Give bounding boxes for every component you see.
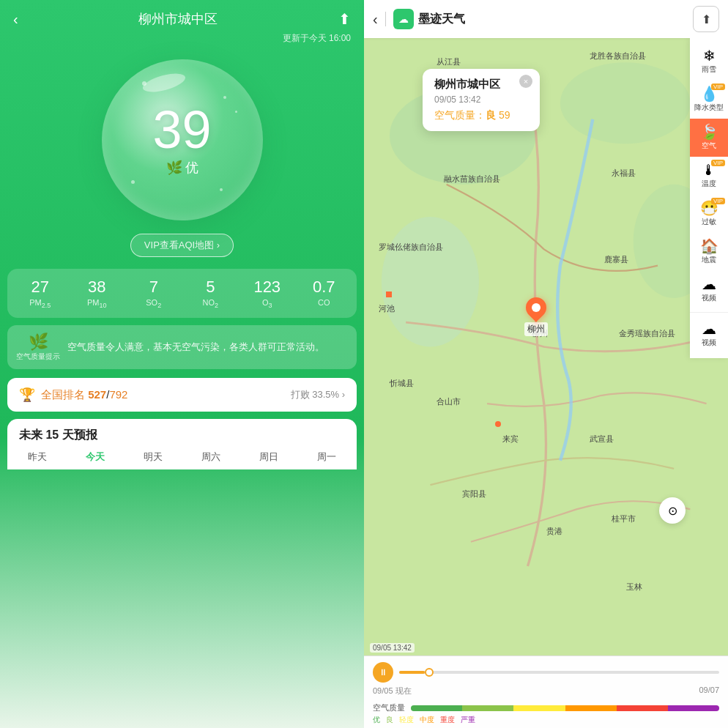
no2-value: 5 <box>206 278 215 297</box>
svg-point-1 <box>560 62 690 144</box>
metric-o3: 123 O3 <box>245 278 289 309</box>
logo-text: 墨迹天气 <box>418 12 465 27</box>
sidebar-label-0: 雨雪 <box>702 64 716 75</box>
ranking-left: 🏆 全国排名 527/792 <box>19 387 127 403</box>
map-label: 永福县 <box>612 168 636 179</box>
video-icon: ☁ <box>702 322 716 336</box>
sidebar-item-雨雪[interactable]: ❄雨雪 <box>690 42 728 81</box>
metric-so2: 7 SO2 <box>132 278 176 309</box>
so2-value: 7 <box>149 278 158 297</box>
tooltip-aqi: 空气质量：良 59 <box>434 109 528 122</box>
metric-pm25: 27 PM2.5 <box>18 278 62 309</box>
legend-item-重度: 重度 <box>440 715 455 725</box>
forecast-day-1[interactable]: 今天 <box>77 450 114 464</box>
logo-icon: ☁ <box>393 9 414 29</box>
legend-segment <box>462 705 513 711</box>
map-bottom: ⏸ 09/05 现在 09/07 空气质量 优良轻度中度重度严重 <box>364 655 728 728</box>
legend-label: 空气质量 <box>373 702 405 713</box>
timeline-bar[interactable] <box>399 671 719 674</box>
timeline-thumb <box>425 668 434 677</box>
sidebar-item-空气[interactable]: 🍃空气 <box>690 119 728 157</box>
map-label: 罗城仫佬族自治县 <box>379 242 443 253</box>
sidebar-label-2: 空气 <box>702 141 716 151</box>
forecast-day-4[interactable]: 周日 <box>250 450 287 464</box>
vip-button-label: VIP查看AQI地图 › <box>144 239 220 252</box>
sidebar-icon-0: ❄ <box>703 48 716 63</box>
legend-segment <box>565 705 617 711</box>
map-label: 龙胜各族自治县 <box>590 51 646 62</box>
aqi-bubble: 39 🌿 优 <box>102 59 263 220</box>
sidebar-item-温度[interactable]: VIP🌡温度 <box>690 157 728 195</box>
forecast-title: 未来 15 天预报 <box>19 428 345 443</box>
map-area[interactable]: 从江县龙胜各族自治县融水苗族自治县永福县罗城仫佬族自治县鹿寨县河池忻城县合山市来… <box>364 38 728 655</box>
forecast-day-2[interactable]: 明天 <box>135 450 171 464</box>
o3-value: 123 <box>253 278 281 297</box>
sidebar-item-过敏[interactable]: VIP😷过敏 <box>690 195 728 233</box>
forecast-section: 未来 15 天预报 昨天 今天 明天 周六 周日 周一 <box>7 419 357 469</box>
timeline-controls: ⏸ <box>373 662 719 683</box>
legend-segment <box>668 705 719 711</box>
legend-item-中度: 中度 <box>420 715 434 725</box>
sidebar-label-6: 视频 <box>702 293 716 303</box>
metric-no2: 5 NO2 <box>188 278 232 309</box>
map-share-button[interactable]: ⬆ <box>693 6 719 32</box>
map-label: 融水苗族自治县 <box>444 174 500 185</box>
pm10-value: 38 <box>88 278 105 297</box>
aqi-number: 39 <box>152 103 211 156</box>
metrics-row: 27 PM2.5 38 PM10 7 SO2 5 NO2 123 O3 0.7 … <box>7 269 357 318</box>
legend-item-严重: 严重 <box>461 715 475 725</box>
sidebar-label-3: 温度 <box>702 179 716 189</box>
sidebar-label-5: 地震 <box>702 255 716 265</box>
pm25-label: PM2.5 <box>29 298 51 309</box>
ranking-right[interactable]: 打败 33.5% › <box>291 388 345 401</box>
map-back-button[interactable]: ‹ <box>373 11 378 28</box>
right-panel: ‹ ☁ 墨迹天气 ⬆ <box>364 0 728 728</box>
map-label: 合山市 <box>437 396 461 407</box>
timeline-labels: 09/05 现在 09/07 <box>373 686 719 697</box>
update-time: 更新于今天 16:00 <box>0 28 364 45</box>
map-timestamp: 09/05 13:42 <box>370 643 415 653</box>
timeline-progress <box>399 671 425 674</box>
ranking-text: 全国排名 527/792 <box>41 388 127 402</box>
timeline-end: 09/07 <box>699 686 719 697</box>
map-legend: 空气质量 <box>373 699 719 715</box>
left-panel: ‹ 柳州市城中区 ⬆ 更新于今天 16:00 39 🌿 优 VIP查看AQI地图… <box>0 0 364 728</box>
map-label: 金秀瑶族自治县 <box>619 328 675 339</box>
map-background: 从江县龙胜各族自治县融水苗族自治县永福县罗城仫佬族自治县鹿寨县河池忻城县合山市来… <box>364 38 728 655</box>
city-dot-laibin <box>495 421 501 427</box>
map-label: 宾阳县 <box>462 489 486 499</box>
tooltip-close-button[interactable]: × <box>519 75 532 88</box>
sidebar-item-降水类型[interactable]: VIP💧降水类型 <box>690 81 728 119</box>
forecast-day-0[interactable]: 昨天 <box>19 450 56 464</box>
map-label: 从江县 <box>437 56 461 67</box>
legend-item-轻度: 轻度 <box>399 715 414 725</box>
co-label: CO <box>318 298 330 307</box>
app-logo: ☁ 墨迹天气 <box>393 9 465 29</box>
so2-label: SO2 <box>146 298 161 309</box>
map-label: 忻城县 <box>390 378 414 389</box>
back-button[interactable]: ‹ <box>13 11 18 28</box>
sidebar-item-地震[interactable]: 🏠地震 <box>690 233 728 271</box>
sidebar-item-视频[interactable]: ☁视频 <box>690 271 728 309</box>
aqi-label: 🌿 优 <box>166 159 198 177</box>
header-divider <box>385 12 386 26</box>
air-tip-text: 空气质量令人满意，基本无空气污染，各类人群可正常活动。 <box>67 340 324 354</box>
legend-items: 优良轻度中度重度严重 <box>373 715 719 725</box>
map-sidebar: ❄雨雪VIP💧降水类型🍃空气VIP🌡温度VIP😷过敏🏠地震☁视频 ☁ 视频 <box>690 38 728 358</box>
location-pin[interactable]: 柳州 <box>524 297 548 336</box>
air-tip-icon-area: 🌿 空气质量提示 <box>16 333 60 362</box>
map-label: 贵港 <box>546 526 562 537</box>
sidebar-video[interactable]: ☁ 视频 <box>690 316 728 354</box>
metric-pm10: 38 PM10 <box>75 278 119 309</box>
play-pause-button[interactable]: ⏸ <box>373 662 393 683</box>
forecast-days: 昨天 今天 明天 周六 周日 周一 <box>19 450 345 464</box>
map-label: 河池 <box>379 303 395 314</box>
map-tooltip: × 柳州市城中区 09/05 13:42 空气质量：良 59 <box>423 69 540 131</box>
location-button[interactable]: ⊙ <box>659 497 686 524</box>
share-button[interactable]: ⬆ <box>338 10 351 28</box>
forecast-day-3[interactable]: 周六 <box>193 450 229 464</box>
vip-button[interactable]: VIP查看AQI地图 › <box>130 234 234 257</box>
forecast-day-5[interactable]: 周一 <box>308 450 345 464</box>
ranking-row[interactable]: 🏆 全国排名 527/792 打败 33.5% › <box>7 378 357 412</box>
location-icon: ⊙ <box>668 504 677 518</box>
